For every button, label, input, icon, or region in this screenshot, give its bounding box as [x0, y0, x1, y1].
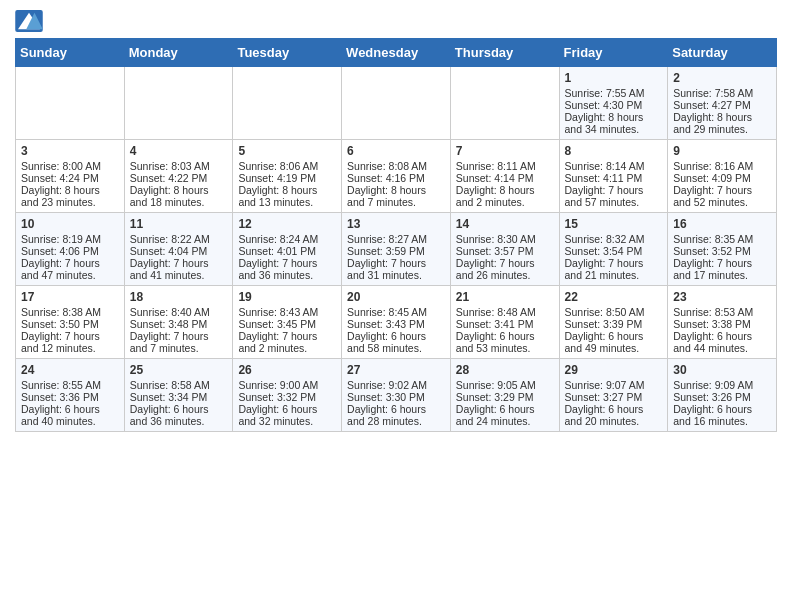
cell-text: Sunset: 4:30 PM — [565, 99, 663, 111]
cell-text: Sunset: 4:16 PM — [347, 172, 445, 184]
cell-text: Sunset: 4:06 PM — [21, 245, 119, 257]
col-header-monday: Monday — [124, 39, 233, 67]
cell-text: Daylight: 7 hours — [565, 184, 663, 196]
day-number: 21 — [456, 290, 554, 304]
cell-text: and 29 minutes. — [673, 123, 771, 135]
cell-text: and 7 minutes. — [347, 196, 445, 208]
cell-text: Sunrise: 8:53 AM — [673, 306, 771, 318]
day-number: 29 — [565, 363, 663, 377]
cell-text: Sunrise: 8:19 AM — [21, 233, 119, 245]
week-row-1: 1Sunrise: 7:55 AMSunset: 4:30 PMDaylight… — [16, 67, 777, 140]
calendar-cell: 30Sunrise: 9:09 AMSunset: 3:26 PMDayligh… — [668, 359, 777, 432]
header-row: SundayMondayTuesdayWednesdayThursdayFrid… — [16, 39, 777, 67]
cell-text: Sunrise: 8:50 AM — [565, 306, 663, 318]
day-number: 6 — [347, 144, 445, 158]
cell-text: Sunset: 4:14 PM — [456, 172, 554, 184]
cell-text: and 18 minutes. — [130, 196, 228, 208]
cell-text: and 2 minutes. — [456, 196, 554, 208]
week-row-3: 10Sunrise: 8:19 AMSunset: 4:06 PMDayligh… — [16, 213, 777, 286]
cell-text: Sunrise: 8:55 AM — [21, 379, 119, 391]
cell-text: and 20 minutes. — [565, 415, 663, 427]
col-header-sunday: Sunday — [16, 39, 125, 67]
day-number: 15 — [565, 217, 663, 231]
cell-text: Sunrise: 8:00 AM — [21, 160, 119, 172]
cell-text: Sunset: 3:34 PM — [130, 391, 228, 403]
calendar-cell: 16Sunrise: 8:35 AMSunset: 3:52 PMDayligh… — [668, 213, 777, 286]
cell-text: Daylight: 7 hours — [565, 257, 663, 269]
cell-text: and 53 minutes. — [456, 342, 554, 354]
cell-text: Daylight: 8 hours — [347, 184, 445, 196]
cell-text: Daylight: 8 hours — [456, 184, 554, 196]
calendar-cell: 1Sunrise: 7:55 AMSunset: 4:30 PMDaylight… — [559, 67, 668, 140]
cell-text: Daylight: 7 hours — [347, 257, 445, 269]
calendar-cell — [233, 67, 342, 140]
calendar-cell: 23Sunrise: 8:53 AMSunset: 3:38 PMDayligh… — [668, 286, 777, 359]
cell-text: Daylight: 8 hours — [21, 184, 119, 196]
calendar-cell: 17Sunrise: 8:38 AMSunset: 3:50 PMDayligh… — [16, 286, 125, 359]
cell-text: Daylight: 6 hours — [21, 403, 119, 415]
calendar-cell: 27Sunrise: 9:02 AMSunset: 3:30 PMDayligh… — [342, 359, 451, 432]
calendar-cell: 6Sunrise: 8:08 AMSunset: 4:16 PMDaylight… — [342, 140, 451, 213]
cell-text: Sunset: 4:09 PM — [673, 172, 771, 184]
cell-text: Daylight: 6 hours — [673, 330, 771, 342]
cell-text: and 49 minutes. — [565, 342, 663, 354]
day-number: 16 — [673, 217, 771, 231]
day-number: 3 — [21, 144, 119, 158]
day-number: 17 — [21, 290, 119, 304]
cell-text: Daylight: 6 hours — [565, 403, 663, 415]
cell-text: Sunset: 3:32 PM — [238, 391, 336, 403]
cell-text: Daylight: 7 hours — [238, 330, 336, 342]
cell-text: Sunset: 3:36 PM — [21, 391, 119, 403]
cell-text: Daylight: 8 hours — [238, 184, 336, 196]
day-number: 4 — [130, 144, 228, 158]
cell-text: and 36 minutes. — [130, 415, 228, 427]
day-number: 24 — [21, 363, 119, 377]
calendar-cell: 3Sunrise: 8:00 AMSunset: 4:24 PMDaylight… — [16, 140, 125, 213]
cell-text: Sunrise: 8:30 AM — [456, 233, 554, 245]
col-header-tuesday: Tuesday — [233, 39, 342, 67]
cell-text: Daylight: 6 hours — [347, 330, 445, 342]
cell-text: Daylight: 7 hours — [21, 330, 119, 342]
calendar-cell: 14Sunrise: 8:30 AMSunset: 3:57 PMDayligh… — [450, 213, 559, 286]
cell-text: Daylight: 6 hours — [347, 403, 445, 415]
cell-text: Sunset: 3:29 PM — [456, 391, 554, 403]
day-number: 10 — [21, 217, 119, 231]
cell-text: Sunrise: 8:24 AM — [238, 233, 336, 245]
calendar-cell: 7Sunrise: 8:11 AMSunset: 4:14 PMDaylight… — [450, 140, 559, 213]
cell-text: Sunset: 3:54 PM — [565, 245, 663, 257]
logo — [15, 10, 47, 32]
calendar-cell — [16, 67, 125, 140]
cell-text: Sunset: 3:41 PM — [456, 318, 554, 330]
day-number: 5 — [238, 144, 336, 158]
cell-text: and 36 minutes. — [238, 269, 336, 281]
day-number: 7 — [456, 144, 554, 158]
calendar-cell: 20Sunrise: 8:45 AMSunset: 3:43 PMDayligh… — [342, 286, 451, 359]
calendar-cell: 24Sunrise: 8:55 AMSunset: 3:36 PMDayligh… — [16, 359, 125, 432]
day-number: 2 — [673, 71, 771, 85]
cell-text: and 28 minutes. — [347, 415, 445, 427]
cell-text: Sunrise: 8:08 AM — [347, 160, 445, 172]
cell-text: Sunrise: 8:06 AM — [238, 160, 336, 172]
cell-text: Sunrise: 7:58 AM — [673, 87, 771, 99]
cell-text: Sunrise: 8:03 AM — [130, 160, 228, 172]
day-number: 9 — [673, 144, 771, 158]
cell-text: Sunset: 3:57 PM — [456, 245, 554, 257]
logo-icon — [15, 10, 43, 32]
calendar-cell: 26Sunrise: 9:00 AMSunset: 3:32 PMDayligh… — [233, 359, 342, 432]
col-header-saturday: Saturday — [668, 39, 777, 67]
cell-text: Sunrise: 9:05 AM — [456, 379, 554, 391]
cell-text: and 31 minutes. — [347, 269, 445, 281]
calendar-cell: 29Sunrise: 9:07 AMSunset: 3:27 PMDayligh… — [559, 359, 668, 432]
cell-text: and 44 minutes. — [673, 342, 771, 354]
cell-text: Sunset: 3:38 PM — [673, 318, 771, 330]
cell-text: Sunset: 3:52 PM — [673, 245, 771, 257]
cell-text: Sunset: 3:45 PM — [238, 318, 336, 330]
calendar-cell: 15Sunrise: 8:32 AMSunset: 3:54 PMDayligh… — [559, 213, 668, 286]
cell-text: Sunrise: 8:22 AM — [130, 233, 228, 245]
cell-text: Sunrise: 8:45 AM — [347, 306, 445, 318]
calendar-cell: 18Sunrise: 8:40 AMSunset: 3:48 PMDayligh… — [124, 286, 233, 359]
calendar-cell: 9Sunrise: 8:16 AMSunset: 4:09 PMDaylight… — [668, 140, 777, 213]
calendar-table: SundayMondayTuesdayWednesdayThursdayFrid… — [15, 38, 777, 432]
day-number: 11 — [130, 217, 228, 231]
cell-text: Sunrise: 9:07 AM — [565, 379, 663, 391]
